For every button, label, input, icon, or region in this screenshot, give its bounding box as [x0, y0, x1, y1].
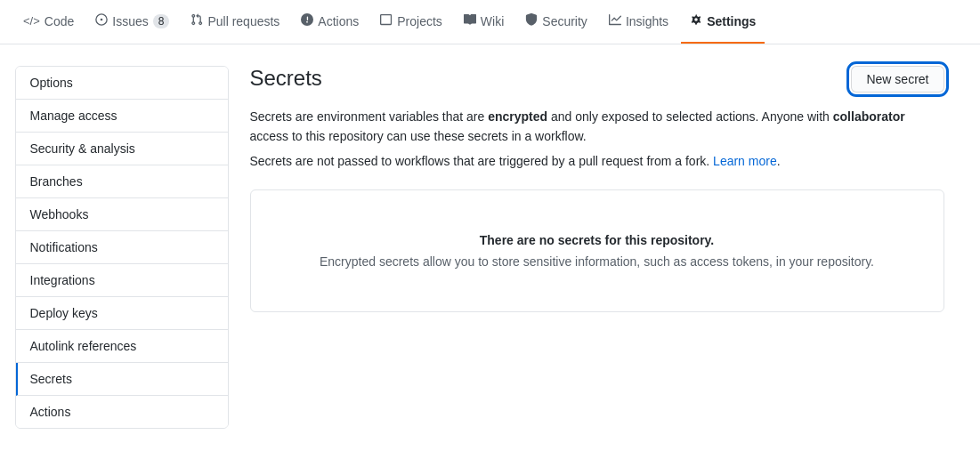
sidebar-item-branches[interactable]: Branches — [16, 165, 228, 198]
sidebar-item-actions[interactable]: Actions — [16, 396, 228, 428]
nav-item-code[interactable]: </> Code — [14, 0, 83, 44]
code-icon: </> — [23, 14, 40, 28]
fork-note-before: Secrets are not passed to workflows that… — [250, 154, 714, 168]
nav-label-issues: Issues — [112, 14, 148, 28]
page-layout: Options Manage access Security & analysi… — [1, 44, 980, 450]
sidebar-item-integrations[interactable]: Integrations — [16, 264, 228, 297]
description-line1: Secrets are environment variables that a… — [250, 107, 944, 147]
projects-icon — [380, 13, 393, 28]
actions-icon — [301, 13, 313, 28]
nav-item-pull-requests[interactable]: Pull requests — [182, 0, 288, 44]
issues-icon — [95, 13, 108, 28]
empty-box-description: Encrypted secrets allow you to store sen… — [272, 254, 922, 269]
nav-item-projects[interactable]: Projects — [371, 0, 451, 44]
nav-label-pull-requests: Pull requests — [207, 14, 279, 28]
sidebar-item-deploy-keys[interactable]: Deploy keys — [16, 297, 228, 330]
fork-note: Secrets are not passed to workflows that… — [250, 154, 944, 168]
desc-before-encrypted: Secrets are environment variables that a… — [250, 109, 489, 124]
nav-label-projects: Projects — [397, 14, 442, 28]
desc-after: access to this repository can use these … — [250, 129, 587, 143]
sidebar-item-security-analysis[interactable]: Security & analysis — [16, 133, 228, 165]
new-secret-button[interactable]: New secret — [851, 66, 944, 93]
nav-label-actions: Actions — [318, 14, 359, 28]
sidebar: Options Manage access Security & analysi… — [15, 66, 229, 429]
empty-box-title: There are no secrets for this repository… — [272, 233, 922, 247]
nav-label-wiki: Wiki — [481, 14, 504, 28]
nav-item-actions[interactable]: Actions — [292, 0, 368, 44]
nav-item-wiki[interactable]: Wiki — [455, 0, 513, 44]
fork-note-period: . — [777, 154, 781, 168]
sidebar-item-autolink-references[interactable]: Autolink references — [16, 330, 228, 363]
sidebar-item-options[interactable]: Options — [16, 67, 228, 100]
svg-point-1 — [101, 19, 103, 21]
nav-item-security[interactable]: Security — [516, 0, 596, 44]
nav-label-insights: Insights — [626, 14, 668, 28]
nav-label-settings: Settings — [707, 14, 756, 28]
top-nav: </> Code Issues 8 Pull requests Actions … — [0, 0, 980, 44]
wiki-icon — [464, 13, 476, 28]
page-title: Secrets — [250, 66, 322, 91]
security-icon — [525, 13, 538, 28]
sidebar-item-manage-access[interactable]: Manage access — [16, 100, 228, 133]
desc-encrypted: encrypted — [488, 109, 547, 124]
sidebar-item-notifications[interactable]: Notifications — [16, 231, 228, 264]
nav-label-code: Code — [45, 14, 74, 28]
main-content: Secrets New secret Secrets are environme… — [229, 66, 966, 429]
learn-more-link[interactable]: Learn more — [713, 154, 777, 168]
insights-icon — [609, 13, 621, 28]
sidebar-item-webhooks[interactable]: Webhooks — [16, 198, 228, 231]
nav-item-issues[interactable]: Issues 8 — [86, 0, 178, 44]
desc-mid: and only exposed to selected actions. An… — [547, 109, 833, 124]
settings-icon — [690, 13, 702, 28]
pull-requests-icon — [190, 13, 203, 28]
sidebar-item-secrets[interactable]: Secrets — [16, 363, 228, 396]
nav-item-insights[interactable]: Insights — [600, 0, 677, 44]
empty-secrets-box: There are no secrets for this repository… — [250, 189, 944, 312]
nav-item-settings[interactable]: Settings — [681, 0, 765, 44]
issues-badge: 8 — [153, 14, 170, 28]
desc-collaborator: collaborator — [833, 109, 905, 124]
page-header: Secrets New secret — [250, 66, 944, 93]
nav-label-security: Security — [542, 14, 587, 28]
